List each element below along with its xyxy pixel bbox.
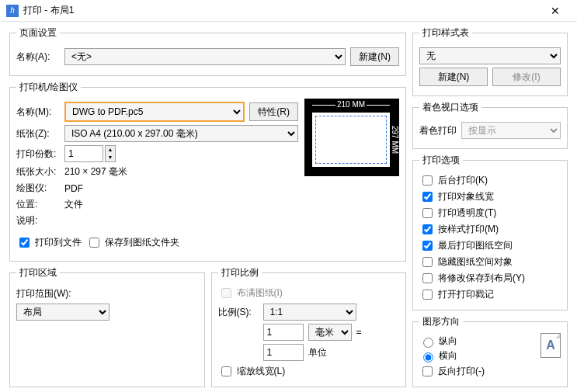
paper-size-label: 纸张大小: xyxy=(16,165,60,179)
printer-name-select[interactable]: DWG to PDF.pc5 xyxy=(64,102,245,122)
spinner-up-icon[interactable]: ▲ xyxy=(106,146,115,154)
paper-select[interactable]: ISO A4 (210.00 x 297.00 毫米) xyxy=(64,125,298,142)
orientation-reverse-checkbox[interactable]: 反向打印(-) xyxy=(419,364,534,379)
scale-units-input[interactable] xyxy=(263,344,304,361)
scale-ratio-label: 比例(S): xyxy=(218,306,259,319)
scale-units-label: 单位 xyxy=(308,346,327,359)
page-setup-name-select[interactable]: <无> xyxy=(64,48,346,65)
fit-to-paper-checkbox: 布满图纸(I) xyxy=(218,286,400,300)
copies-input[interactable] xyxy=(64,145,103,162)
copies-spinner[interactable]: ▲ ▼ xyxy=(64,145,116,162)
opt-save-changes-checkbox[interactable]: 将修改保存到布局(Y) xyxy=(419,271,561,286)
scale-equals: = xyxy=(356,327,362,338)
opt-transparency-checkbox[interactable]: 打印透明度(T) xyxy=(419,206,561,220)
orientation-landscape-radio[interactable]: 横向 xyxy=(419,349,534,363)
preview-width-label: 210 MM xyxy=(312,100,390,109)
page-setup-new-button[interactable]: 新建(N) xyxy=(350,47,399,66)
plot-scale-group: 打印比例 布满图纸(I) 比例(S): 1:1 毫米 xyxy=(211,266,407,387)
opt-hide-objects-checkbox[interactable]: 隐藏图纸空间对象 xyxy=(419,255,561,269)
plot-area-legend: 打印区域 xyxy=(16,266,60,279)
opt-bystyle-checkbox[interactable]: 按样式打印(M) xyxy=(419,222,561,237)
page-setup-name-label: 名称(A): xyxy=(16,50,60,64)
description-label: 说明: xyxy=(16,214,60,227)
printer-properties-button[interactable]: 特性(R) xyxy=(249,102,298,121)
printer-name-label: 名称(M): xyxy=(16,106,60,119)
print-to-file-checkbox[interactable]: 打印到文件 xyxy=(16,235,82,250)
paper-preview: 210 MM 297 MM xyxy=(304,99,399,176)
shade-plot-label: 着色打印 xyxy=(419,124,457,137)
orientation-legend: 图形方向 xyxy=(419,315,463,328)
close-icon[interactable]: ✕ xyxy=(540,5,571,17)
location-label: 位置: xyxy=(16,198,60,211)
paper-size-value: 210 × 297 毫米 xyxy=(64,165,127,179)
plotter-value: PDF xyxy=(64,183,83,194)
orientation-group: 图形方向 纵向 横向 反向打印(-) A xyxy=(412,315,568,387)
printer-group: 打印机/绘图仪 名称(M): DWG to PDF.pc5 特性(R) 纸张(Z… xyxy=(9,81,406,262)
save-to-drawing-folder-checkbox[interactable]: 保存到图纸文件夹 xyxy=(86,235,179,250)
spinner-down-icon[interactable]: ▼ xyxy=(106,154,115,161)
plot-style-new-button[interactable]: 新建(N) xyxy=(419,68,488,86)
plot-styles-legend: 打印样式表 xyxy=(419,26,472,40)
page-setup-legend: 页面设置 xyxy=(16,26,60,40)
scale-mm-input[interactable] xyxy=(263,324,304,341)
opt-paperspace-last-checkbox[interactable]: 最后打印图纸空间 xyxy=(419,238,561,253)
printer-legend: 打印机/绘图仪 xyxy=(16,81,81,94)
scale-unit-select[interactable]: 毫米 xyxy=(308,324,352,341)
opt-lineweights-checkbox[interactable]: 打印对象线宽 xyxy=(419,189,561,204)
plot-range-select[interactable]: 布局 xyxy=(16,304,109,321)
opt-stamp-checkbox[interactable]: 打开打印戳记 xyxy=(419,287,561,302)
plot-styles-group: 打印样式表 无 新建(N) 修改(I) xyxy=(412,26,568,96)
shaded-viewport-group: 着色视口选项 着色打印 按显示 xyxy=(412,101,568,149)
orientation-icon: A xyxy=(541,333,561,358)
plot-options-legend: 打印选项 xyxy=(419,154,463,167)
scale-ratio-select[interactable]: 1:1 xyxy=(263,304,356,321)
orientation-portrait-radio[interactable]: 纵向 xyxy=(419,335,534,348)
shaded-viewport-legend: 着色视口选项 xyxy=(419,101,481,114)
paper-label: 纸张(Z): xyxy=(16,127,60,140)
location-value: 文件 xyxy=(64,198,83,211)
plot-range-label: 打印范围(W): xyxy=(16,287,71,300)
preview-height-label: 297 MM xyxy=(390,113,399,167)
opt-background-checkbox[interactable]: 后台打印(K) xyxy=(419,173,561,188)
plot-style-edit-button: 修改(I) xyxy=(492,68,561,86)
plotter-label: 绘图仪: xyxy=(16,182,60,195)
page-setup-group: 页面设置 名称(A): <无> 新建(N) xyxy=(9,26,406,76)
plot-options-group: 打印选项 后台打印(K) 打印对象线宽 打印透明度(T) 按样式打印(M) 最后… xyxy=(412,154,568,310)
shade-plot-select: 按显示 xyxy=(461,122,561,139)
app-icon: h xyxy=(6,5,19,17)
title-bar: h 打印 - 布局1 ✕ xyxy=(0,0,577,22)
plot-style-select[interactable]: 无 xyxy=(419,47,561,64)
plot-area-group: 打印区域 打印范围(W): 布局 xyxy=(9,266,205,387)
plot-scale-legend: 打印比例 xyxy=(218,266,262,279)
copies-label: 打印份数: xyxy=(16,147,60,161)
window-title: 打印 - 布局1 xyxy=(23,4,540,17)
scale-lineweights-checkbox[interactable]: 缩放线宽(L) xyxy=(218,364,400,379)
